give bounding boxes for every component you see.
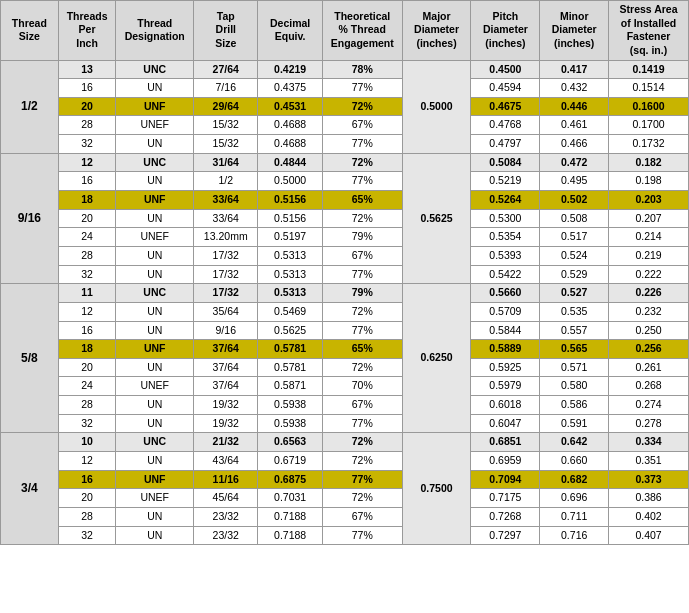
pitch-diameter-cell: 0.5660: [471, 284, 540, 303]
decimal-cell: 0.6875: [258, 470, 322, 489]
tap-drill-cell: 7/16: [194, 79, 258, 98]
designation-cell: UN: [116, 135, 194, 154]
pitch-diameter-cell: 0.5709: [471, 302, 540, 321]
tpi-cell: 32: [58, 265, 116, 284]
stress-area-cell: 0.407: [609, 526, 689, 545]
designation-cell: UN: [116, 79, 194, 98]
designation-cell: UNEF: [116, 377, 194, 396]
designation-cell: UN: [116, 302, 194, 321]
minor-diameter-cell: 0.524: [540, 246, 609, 265]
decimal-cell: 0.5313: [258, 265, 322, 284]
tap-drill-cell: 31/64: [194, 153, 258, 172]
pitch-diameter-cell: 0.4500: [471, 60, 540, 79]
tpi-cell: 20: [58, 97, 116, 116]
pitch-diameter-cell: 0.7094: [471, 470, 540, 489]
minor-diameter-cell: 0.557: [540, 321, 609, 340]
tpi-cell: 11: [58, 284, 116, 303]
stress-area-cell: 0.278: [609, 414, 689, 433]
major-diameter-cell: 0.5625: [402, 153, 471, 283]
tpi-cell: 16: [58, 470, 116, 489]
designation-cell: UN: [116, 452, 194, 471]
designation-cell: UNC: [116, 60, 194, 79]
designation-cell: UNF: [116, 97, 194, 116]
decimal-cell: 0.4688: [258, 135, 322, 154]
decimal-cell: 0.4688: [258, 116, 322, 135]
tap-drill-cell: 29/64: [194, 97, 258, 116]
minor-diameter-cell: 0.495: [540, 172, 609, 191]
pitch-diameter-cell: 0.6959: [471, 452, 540, 471]
header-stress: Stress Areaof InstalledFastener(sq. in.): [609, 1, 689, 61]
minor-diameter-cell: 0.466: [540, 135, 609, 154]
pct-cell: 77%: [322, 135, 402, 154]
pct-cell: 77%: [322, 79, 402, 98]
decimal-cell: 0.4375: [258, 79, 322, 98]
decimal-cell: 0.5000: [258, 172, 322, 191]
stress-area-cell: 0.373: [609, 470, 689, 489]
tap-drill-cell: 1/2: [194, 172, 258, 191]
stress-area-cell: 0.182: [609, 153, 689, 172]
designation-cell: UN: [116, 265, 194, 284]
stress-area-cell: 0.1732: [609, 135, 689, 154]
minor-diameter-cell: 0.535: [540, 302, 609, 321]
pitch-diameter-cell: 0.5422: [471, 265, 540, 284]
tap-drill-cell: 19/32: [194, 396, 258, 415]
tap-drill-cell: 17/32: [194, 284, 258, 303]
pct-cell: 70%: [322, 377, 402, 396]
pct-cell: 72%: [322, 302, 402, 321]
tpi-cell: 10: [58, 433, 116, 452]
pitch-diameter-cell: 0.6851: [471, 433, 540, 452]
designation-cell: UN: [116, 358, 194, 377]
minor-diameter-cell: 0.461: [540, 116, 609, 135]
tap-drill-cell: 15/32: [194, 116, 258, 135]
pct-cell: 78%: [322, 60, 402, 79]
pitch-diameter-cell: 0.5264: [471, 191, 540, 210]
header-decimal: DecimalEquiv.: [258, 1, 322, 61]
pitch-diameter-cell: 0.4675: [471, 97, 540, 116]
pitch-diameter-cell: 0.4768: [471, 116, 540, 135]
decimal-cell: 0.5197: [258, 228, 322, 247]
stress-area-cell: 0.226: [609, 284, 689, 303]
pitch-diameter-cell: 0.6047: [471, 414, 540, 433]
stress-area-cell: 0.1600: [609, 97, 689, 116]
stress-area-cell: 0.268: [609, 377, 689, 396]
pct-cell: 67%: [322, 507, 402, 526]
designation-cell: UNC: [116, 433, 194, 452]
tpi-cell: 32: [58, 135, 116, 154]
tpi-cell: 12: [58, 302, 116, 321]
minor-diameter-cell: 0.527: [540, 284, 609, 303]
decimal-cell: 0.5938: [258, 414, 322, 433]
designation-cell: UNC: [116, 153, 194, 172]
minor-diameter-cell: 0.432: [540, 79, 609, 98]
tpi-cell: 20: [58, 358, 116, 377]
minor-diameter-cell: 0.586: [540, 396, 609, 415]
stress-area-cell: 0.198: [609, 172, 689, 191]
tap-drill-cell: 17/32: [194, 246, 258, 265]
minor-diameter-cell: 0.446: [540, 97, 609, 116]
header-designation: ThreadDesignation: [116, 1, 194, 61]
tpi-cell: 28: [58, 116, 116, 135]
minor-diameter-cell: 0.529: [540, 265, 609, 284]
minor-diameter-cell: 0.716: [540, 526, 609, 545]
tap-drill-cell: 37/64: [194, 340, 258, 359]
minor-diameter-cell: 0.711: [540, 507, 609, 526]
stress-area-cell: 0.402: [609, 507, 689, 526]
minor-diameter-cell: 0.696: [540, 489, 609, 508]
pitch-diameter-cell: 0.4594: [471, 79, 540, 98]
decimal-cell: 0.4844: [258, 153, 322, 172]
tpi-cell: 24: [58, 228, 116, 247]
pct-cell: 72%: [322, 358, 402, 377]
tpi-cell: 12: [58, 153, 116, 172]
stress-area-cell: 0.1700: [609, 116, 689, 135]
header-tpi: ThreadsPerInch: [58, 1, 116, 61]
pct-cell: 65%: [322, 340, 402, 359]
pct-cell: 77%: [322, 470, 402, 489]
pct-cell: 79%: [322, 228, 402, 247]
decimal-cell: 0.5938: [258, 396, 322, 415]
stress-area-cell: 0.232: [609, 302, 689, 321]
stress-area-cell: 0.334: [609, 433, 689, 452]
pct-cell: 67%: [322, 246, 402, 265]
minor-diameter-cell: 0.571: [540, 358, 609, 377]
tap-drill-cell: 23/32: [194, 507, 258, 526]
pitch-diameter-cell: 0.5393: [471, 246, 540, 265]
stress-area-cell: 0.203: [609, 191, 689, 210]
